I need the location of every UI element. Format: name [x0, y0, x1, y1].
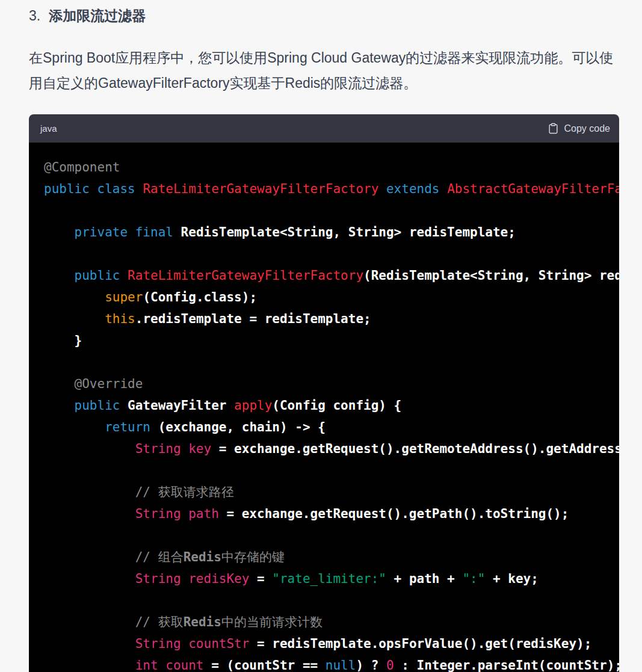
- code-token-string: ":": [462, 572, 485, 586]
- code-line: String path = exchange.getRequest().getP…: [44, 507, 569, 521]
- code-token-plain: [44, 420, 105, 434]
- chat-message-content: 3.添加限流过滤器 在Spring Boot应用程序中，您可以使用Spring …: [0, 0, 642, 672]
- code-line: // 获取请求路径: [44, 485, 234, 499]
- code-token-plain: (RedisTemplate<String, String> redisTemp…: [363, 268, 619, 283]
- code-token-plain: }: [44, 333, 82, 348]
- code-content: @Component public class RateLimiterGatew…: [29, 143, 619, 672]
- section-heading: 3.添加限流过滤器: [29, 7, 619, 25]
- code-token-keyword: null: [326, 658, 356, 672]
- section-heading-text: 添加限流过滤器: [49, 8, 146, 23]
- code-token-plain: (Config config) {: [272, 398, 401, 413]
- code-line: this.redisTemplate = redisTemplate;: [44, 312, 371, 326]
- code-line: String countStr = redisTemplate.opsForVa…: [44, 637, 591, 651]
- code-line: // 获取Redis中的当前请求计数: [44, 615, 323, 629]
- code-token-plain: (exchange, chain) -> {: [150, 420, 326, 434]
- code-line: return (exchange, chain) -> {: [44, 420, 326, 434]
- code-token-builtin: this: [105, 312, 135, 326]
- clipboard-icon: [548, 122, 559, 135]
- code-token-plain: + key;: [485, 572, 539, 586]
- code-token-comment_bold: Redis: [184, 550, 221, 564]
- code-line: String redisKey = "rate_limiter:" + path…: [44, 572, 539, 586]
- code-token-plain: = exchange.getRequest().getPath().toStri…: [219, 507, 569, 521]
- code-token-plain: = exchange.getRequest().getRemoteAddress…: [211, 442, 619, 456]
- code-token-plain: [44, 398, 75, 413]
- code-line: // 组合Redis中存储的键: [44, 550, 285, 564]
- code-token-plain: GatewayFilter: [120, 398, 234, 413]
- code-token-classname: RateLimiterGatewayFilterFactory: [143, 182, 378, 196]
- copy-code-button[interactable]: Copy code: [548, 122, 611, 135]
- code-token-plain: [378, 182, 386, 196]
- code-token-plain: [44, 312, 105, 326]
- code-token-comment: // 获取: [135, 615, 184, 629]
- list-marker: 3.: [29, 8, 40, 23]
- code-token-plain: [439, 182, 447, 196]
- copy-code-label: Copy code: [564, 123, 611, 134]
- code-block-header: java Copy code: [29, 114, 619, 143]
- code-token-meta: @Component: [44, 160, 120, 174]
- code-token-comment: 中存储的键: [221, 550, 285, 564]
- code-token-plain: [44, 485, 135, 499]
- code-line: }: [44, 333, 82, 348]
- code-block: java Copy code @Component public class R…: [29, 114, 619, 672]
- paragraph: 在Spring Boot应用程序中，您可以使用Spring Cloud Gate…: [29, 45, 619, 96]
- code-line: private final RedisTemplate<String, Stri…: [44, 225, 516, 239]
- code-line: @Component: [44, 160, 120, 174]
- code-token-plain: RedisTemplate<String, String> redisTempl…: [173, 225, 516, 239]
- code-token-plain: [44, 658, 135, 672]
- code-line: @Override: [44, 377, 143, 391]
- code-token-keyword: public: [75, 398, 120, 413]
- code-token-keyword: extends: [386, 182, 440, 196]
- code-token-string: "rate_limiter:": [272, 572, 386, 586]
- page: { "page": { "background": "#f7f7f8", "te…: [0, 0, 642, 672]
- code-token-plain: [44, 225, 75, 239]
- code-token-plain: [44, 615, 135, 629]
- code-token-variable: String key: [135, 442, 211, 456]
- code-token-builtin: super: [105, 290, 143, 304]
- code-token-plain: [44, 268, 75, 283]
- code-token-plain: [120, 268, 128, 283]
- code-token-plain: [44, 290, 105, 304]
- code-token-plain: .redisTemplate = redisTemplate;: [135, 312, 371, 326]
- code-token-plain: [44, 550, 135, 564]
- language-label: java: [40, 123, 57, 134]
- code-token-variable: String redisKey: [135, 572, 250, 586]
- code-token-plain: [44, 507, 135, 521]
- code-token-plain: [44, 637, 135, 651]
- code-token-plain: : Integer.parseInt(countStr);: [394, 658, 619, 672]
- code-root: @Component public class RateLimiterGatew…: [44, 160, 619, 672]
- code-token-variable: String countStr: [135, 637, 250, 651]
- code-token-plain: = redisTemplate.opsForValue().get(redisK…: [249, 637, 591, 651]
- code-token-plain: [44, 442, 135, 456]
- code-line: public GatewayFilter apply(Config config…: [44, 398, 401, 413]
- code-token-plain: [44, 377, 75, 391]
- code-line: super(Config.class);: [44, 290, 257, 304]
- code-line: public RateLimiterGatewayFilterFactory(R…: [44, 268, 619, 283]
- code-token-keyword: public class: [44, 182, 143, 196]
- code-token-plain: [44, 572, 135, 586]
- code-token-keyword: private final: [75, 225, 173, 239]
- code-token-plain: + path +: [386, 572, 462, 586]
- code-token-keyword: public: [75, 268, 120, 283]
- code-token-plain: (Config.class);: [143, 290, 257, 304]
- code-token-meta: @Override: [75, 377, 143, 391]
- code-token-variable: int count: [135, 658, 204, 672]
- code-token-classname: apply: [234, 398, 272, 413]
- code-token-plain: =: [249, 572, 272, 586]
- code-token-comment: // 获取请求路径: [135, 485, 234, 499]
- code-token-comment: 中的当前请求计数: [221, 615, 323, 629]
- code-token-classname: RateLimiterGatewayFilterFactory: [128, 268, 363, 283]
- code-token-comment: // 组合: [135, 550, 184, 564]
- code-line: String key = exchange.getRequest().getRe…: [44, 442, 619, 456]
- code-token-plain: ) ?: [356, 658, 386, 672]
- code-token-classname: AbstractGatewayFilterFactory<RateLimiter…: [447, 182, 619, 196]
- code-token-comment_bold: Redis: [184, 615, 221, 629]
- code-token-number: 0: [386, 658, 394, 672]
- code-token-keyword: return: [105, 420, 150, 434]
- code-line: int count = (countStr == null) ? 0 : Int…: [44, 658, 619, 672]
- code-token-variable: String path: [135, 507, 219, 521]
- code-token-plain: = (countStr ==: [204, 658, 326, 672]
- code-line: public class RateLimiterGatewayFilterFac…: [44, 182, 619, 196]
